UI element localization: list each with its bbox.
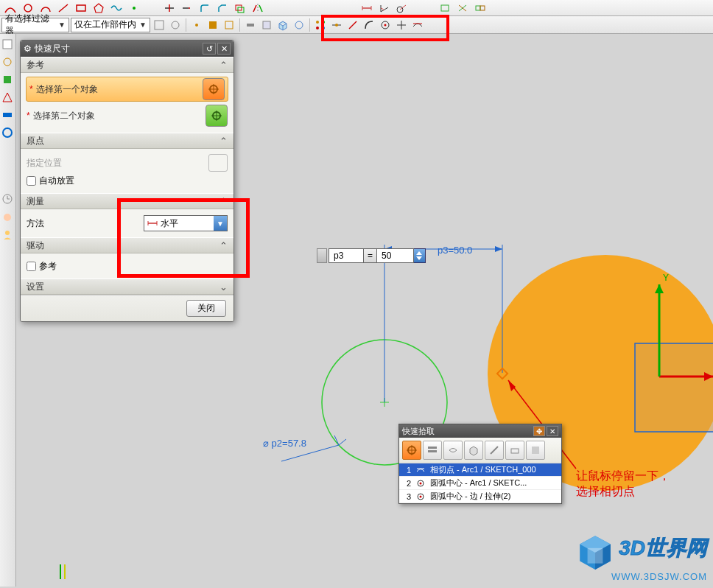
snap-control-icon[interactable] <box>345 18 360 32</box>
tool-point-icon[interactable] <box>127 1 141 15</box>
tool-constraint1-icon[interactable] <box>438 1 452 15</box>
required-icon: * <box>27 111 30 121</box>
ls-peach-icon[interactable] <box>1 211 15 224</box>
ls-icon-4[interactable] <box>1 91 15 105</box>
qp-tool-list-icon[interactable] <box>423 441 442 460</box>
qp-tool-edge-icon[interactable] <box>485 441 504 460</box>
watermark-cube-icon <box>576 533 614 571</box>
svg-rect-80 <box>511 449 519 453</box>
ls-icon-1[interactable] <box>1 38 15 52</box>
select-second-object-row[interactable]: * 选择第二个对象 <box>27 103 228 128</box>
svg-point-50 <box>4 214 11 221</box>
required-icon: * <box>29 84 33 94</box>
ls-user-icon[interactable] <box>1 228 15 242</box>
snap-center-icon[interactable] <box>378 18 393 32</box>
dialog-close-button[interactable]: ✕ <box>217 43 231 55</box>
section-settings-header[interactable]: 设置 ⌄ <box>21 279 233 295</box>
dialog-titlebar[interactable]: ⚙ 快速尺寸 ↺ ✕ <box>21 41 233 57</box>
scope-filter-combo[interactable]: 仅在工作部件内 ▼ <box>71 18 150 32</box>
select-first-object-row[interactable]: * 选择第一个对象 <box>26 77 228 102</box>
chevron-up-icon: ⌃ <box>219 60 228 71</box>
drive-reference-row[interactable]: 参考 <box>27 258 228 274</box>
tool-trim-icon[interactable] <box>162 1 177 15</box>
auto-place-row[interactable]: 自动放置 <box>27 172 228 189</box>
method-combo[interactable]: 水平 ▼ <box>144 215 228 231</box>
qp-row-num: 3 <box>402 492 411 501</box>
auto-place-checkbox[interactable] <box>27 176 36 186</box>
dimension-input-bar[interactable]: p3 = 50 <box>317 248 426 264</box>
dim-name-field[interactable]: p3 <box>329 248 364 263</box>
tool-dim-angle-icon[interactable] <box>377 1 392 15</box>
section-origin-header[interactable]: 原点 ⌃ <box>21 133 233 149</box>
snap-tangent-icon[interactable] <box>410 18 425 32</box>
section-measure-header[interactable]: 测量 ⌃ <box>21 193 233 209</box>
section-reference-header[interactable]: 参考 ⌃ <box>21 57 233 73</box>
filter-icon-6[interactable] <box>243 18 258 32</box>
ls-icon-5[interactable] <box>1 109 15 122</box>
filter-icon-8[interactable] <box>292 18 306 32</box>
section-drive-header[interactable]: 驱动 ⌃ <box>21 237 233 253</box>
quickpick-row[interactable]: 3 圆弧中心 - 边 / 拉伸(2) <box>399 490 561 503</box>
left-toolbar <box>0 34 16 587</box>
filter-box-icon[interactable] <box>275 18 290 32</box>
filter-icon-4[interactable] <box>206 18 220 32</box>
svg-rect-81 <box>532 447 539 454</box>
dim-value-field[interactable]: 50 <box>377 248 414 263</box>
filter-icon-2[interactable] <box>168 18 183 32</box>
dialog-reset-button[interactable]: ↺ <box>203 43 216 55</box>
selection-filter-combo[interactable]: 有选择过滤器 ▼ <box>1 18 69 32</box>
ls-icon-3[interactable] <box>1 74 15 87</box>
snap-intersection-icon[interactable] <box>394 18 409 32</box>
filter-icon-7[interactable] <box>259 18 274 32</box>
tool-extend-icon[interactable] <box>180 1 194 15</box>
qp-tool-crosshair-icon[interactable] <box>402 441 421 460</box>
dialog-title-text: 快速尺寸 <box>35 43 70 55</box>
filter-icon-5[interactable] <box>222 18 236 32</box>
sketch-rect[interactable] <box>635 343 713 432</box>
tool-rect-icon[interactable] <box>74 1 88 15</box>
tool-constraint2-icon[interactable] <box>455 1 470 15</box>
filter-icon-3[interactable] <box>189 18 204 32</box>
svg-point-43 <box>4 58 11 66</box>
tool-poly-icon[interactable] <box>91 1 106 15</box>
dim-diameter-label[interactable]: ⌀ p2=57.8 <box>263 438 306 449</box>
ls-icon-6[interactable] <box>1 127 15 140</box>
tool-spline-icon[interactable] <box>109 1 124 15</box>
dim-horizontal-label[interactable]: p3=50.0 <box>438 245 472 256</box>
qp-tool-solid-icon[interactable] <box>526 441 545 460</box>
tool-dim-horiz-icon[interactable] <box>359 1 374 15</box>
close-button[interactable]: 关闭 <box>186 300 226 317</box>
dim-spin-button[interactable] <box>414 248 426 263</box>
drive-reference-checkbox[interactable] <box>27 262 36 271</box>
tool-offset-icon[interactable] <box>233 1 247 15</box>
quickpick-pin-button[interactable]: ✥ <box>533 426 545 436</box>
tool-fillet-icon[interactable] <box>197 1 212 15</box>
qp-tool-body-icon[interactable] <box>464 441 483 460</box>
tool-line-icon[interactable] <box>56 1 71 15</box>
quickpick-row[interactable]: 1 相切点 - Arc1 / SKETCH_000 <box>399 463 561 477</box>
quickpick-row[interactable]: 2 圆弧中心 - Arc1 / SKETC... <box>399 477 561 490</box>
svg-point-84 <box>420 482 422 484</box>
snap-endpoints-icon[interactable] <box>313 18 328 32</box>
svg-point-23 <box>172 21 179 29</box>
ls-history-icon[interactable] <box>1 193 15 206</box>
section-measure-body: 方法 水平 ▼ <box>21 209 233 237</box>
specify-location-button[interactable] <box>208 154 228 172</box>
qp-tool-feature-icon[interactable] <box>505 441 524 460</box>
snap-midpoint-icon[interactable] <box>329 18 344 32</box>
pick-second-button[interactable] <box>206 105 228 127</box>
tool-mirror-icon[interactable] <box>250 1 265 15</box>
tool-chamfer-icon[interactable] <box>215 1 230 15</box>
quickpick-close-button[interactable]: ✕ <box>547 426 558 436</box>
snap-quadrant-icon[interactable] <box>362 18 376 32</box>
quickpick-titlebar[interactable]: 快速拾取 ✥ ✕ <box>399 424 561 438</box>
svg-marker-63 <box>416 251 422 255</box>
tool-constraint3-icon[interactable] <box>473 1 488 15</box>
qp-tool-face-icon[interactable] <box>443 441 463 460</box>
filter-icon-1[interactable] <box>152 18 166 32</box>
tool-dim-radius-icon[interactable] <box>395 1 410 15</box>
ls-icon-2[interactable] <box>1 56 15 69</box>
drag-handle-icon[interactable] <box>317 248 327 263</box>
svg-marker-64 <box>416 256 422 260</box>
pick-first-button[interactable] <box>203 78 225 100</box>
